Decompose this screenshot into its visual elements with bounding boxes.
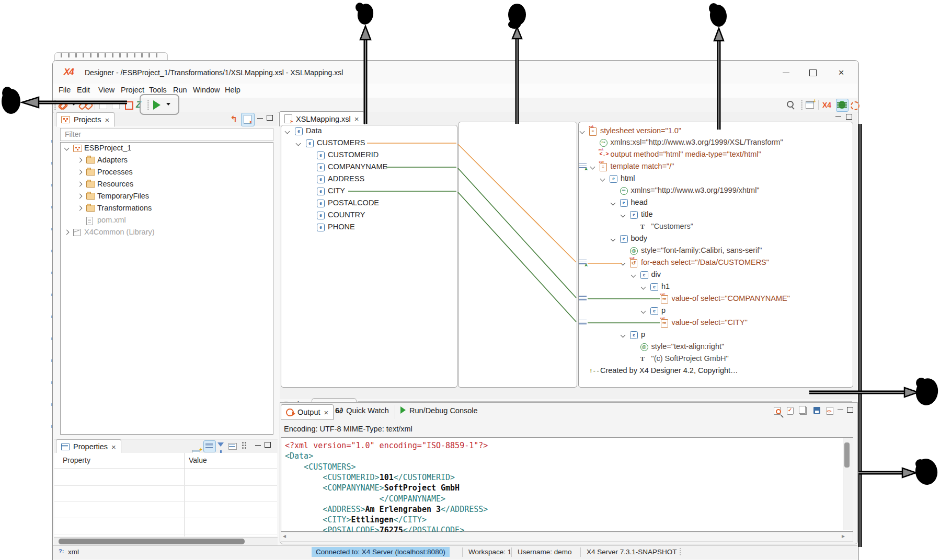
open-perspective-icon[interactable]	[806, 101, 814, 109]
xsl-chevron-icon[interactable]	[610, 201, 615, 206]
menu-window[interactable]: Window	[193, 86, 220, 94]
tree-item[interactable]: Transformations	[61, 202, 272, 214]
source-tree-row[interactable]: COUNTRY	[281, 209, 454, 221]
xsl-chevron-icon[interactable]	[621, 260, 626, 265]
editor-minimize-icon[interactable]	[835, 116, 841, 117]
tree-item[interactable]: ESBProject_1	[61, 142, 272, 154]
tree-chevron-icon[interactable]	[77, 205, 83, 211]
console-hscrollbar[interactable]: ◂▸	[281, 532, 853, 542]
menu-file[interactable]: File	[59, 86, 71, 94]
properties-minimize-icon[interactable]	[255, 445, 261, 446]
console-minimize-icon[interactable]	[838, 410, 843, 410]
tab-run-debug-console[interactable]: Run/Debug Console	[400, 406, 478, 415]
search-icon[interactable]	[787, 101, 794, 108]
xsl-tree-row[interactable]: "Customers"	[578, 221, 851, 233]
show-source-icon[interactable]: <>	[827, 407, 833, 415]
xsl-tree-row[interactable]: value-of select="CITY"	[578, 317, 851, 329]
link-icon[interactable]	[58, 101, 71, 109]
xsl-chevron-icon[interactable]	[641, 284, 646, 289]
source-tree-row[interactable]: ADDRESS	[281, 173, 454, 185]
xsl-tree-row[interactable]: xmlns="http://www.w3.org/1999/xhtml"	[578, 185, 851, 197]
link-dropdown-icon[interactable]	[72, 103, 76, 106]
tree-chevron-icon[interactable]	[77, 181, 83, 186]
xsl-tree-row[interactable]: stylesheet version="1.0"	[578, 125, 851, 137]
save-output-icon[interactable]	[813, 407, 820, 414]
tree-item[interactable]: Resources	[61, 178, 272, 190]
xsl-tree-row[interactable]: title	[578, 209, 851, 221]
xsl-tree-row[interactable]: xmlns:xsl="http://www.w3.org/1999/XSL/Tr…	[578, 137, 851, 149]
console-vscrollbar-thumb[interactable]	[844, 442, 850, 468]
show-selected-element-button[interactable]	[241, 113, 255, 126]
menu-help[interactable]: Help	[225, 86, 240, 94]
xsl-tree-row[interactable]: style="text-align:right"	[578, 341, 851, 353]
tree-chevron-icon[interactable]	[77, 157, 83, 162]
tree-chevron-icon[interactable]	[64, 145, 70, 150]
source-chevron-icon[interactable]	[285, 129, 290, 134]
scroll-left-icon[interactable]: ◂	[283, 532, 286, 540]
unlink-icon[interactable]	[79, 101, 91, 109]
tab-xslmapping[interactable]: XSLMapping.xsl×	[279, 111, 364, 126]
refresh-icon[interactable]	[851, 101, 859, 110]
tab-properties[interactable]: Properties×	[56, 439, 121, 454]
tab-output-close-icon[interactable]: ×	[324, 408, 329, 417]
source-tree-row[interactable]: CUSTOMERS	[281, 137, 454, 149]
minimize-button[interactable]	[778, 68, 794, 77]
xsl-chevron-icon[interactable]	[621, 332, 626, 337]
tree-chevron-icon[interactable]	[77, 193, 83, 199]
menu-tools[interactable]: Tools	[149, 86, 167, 94]
link-with-editor-icon[interactable]: ↰	[230, 114, 237, 124]
console-maximize-icon[interactable]	[847, 407, 853, 413]
menu-edit[interactable]: Edit	[77, 86, 90, 94]
x4-perspective-button[interactable]: X4	[822, 101, 831, 109]
xsl-tree-row[interactable]: div	[578, 269, 851, 281]
xsl-tree-row[interactable]: template match="/"	[578, 161, 851, 173]
filter-properties-icon[interactable]	[217, 442, 224, 447]
find-in-output-icon[interactable]	[774, 407, 781, 415]
tab-quick-watch[interactable]: 6∂Quick Watch	[335, 406, 389, 415]
tab-properties-close-icon[interactable]: ×	[111, 442, 116, 451]
xsl-tree-row[interactable]: output method="html" media-type="text/ht…	[578, 149, 851, 161]
tree-mode-button[interactable]	[203, 440, 216, 452]
copy-output-icon[interactable]	[800, 407, 807, 415]
xsl-chevron-icon[interactable]	[641, 308, 646, 313]
properties-maximize-icon[interactable]	[265, 442, 271, 448]
xsl-tree-row[interactable]: h1	[578, 281, 851, 293]
editor-maximize-icon[interactable]	[846, 114, 852, 120]
xsl-tree-row[interactable]: p	[578, 329, 851, 341]
table-settings-icon[interactable]	[228, 443, 237, 450]
tree-item[interactable]: pom.xml	[61, 214, 272, 226]
scroll-right-icon[interactable]: ▸	[842, 532, 845, 540]
reload-icon[interactable]	[125, 101, 133, 110]
tab-output[interactable]: Output×	[281, 404, 334, 420]
menu-view[interactable]: View	[98, 86, 114, 94]
xsl-tree-row[interactable]: Created by X4 Designer 4.2, Copyright…	[578, 365, 851, 377]
source-chevron-icon[interactable]	[296, 141, 301, 146]
tab-projects-close-icon[interactable]: ×	[105, 115, 109, 124]
source-tree-row[interactable]: CUSTOMERID	[281, 149, 454, 161]
xsl-tree-row[interactable]: value-of select="COMPANYNAME"	[578, 293, 851, 305]
projects-maximize-icon[interactable]	[267, 115, 273, 121]
xsl-chevron-icon[interactable]	[631, 272, 636, 277]
xsl-chevron-icon[interactable]	[621, 213, 626, 218]
xsl-tree-row[interactable]: for-each select="/Data/CUSTOMERS"	[578, 257, 851, 269]
validate-icon[interactable]: ✓	[787, 407, 794, 415]
source-tree-row[interactable]: PHONE	[281, 221, 454, 234]
tab-xslmapping-close-icon[interactable]: ×	[354, 114, 359, 123]
tree-item[interactable]: TemporaryFiles	[61, 190, 272, 202]
xsl-chevron-icon[interactable]	[580, 129, 585, 134]
source-tree-row[interactable]: Data	[281, 125, 454, 137]
menu-run[interactable]: Run	[173, 86, 187, 94]
tree-chevron-icon[interactable]	[64, 229, 70, 235]
xsl-chevron-icon[interactable]	[610, 237, 615, 242]
tab-projects[interactable]: Projects×	[56, 112, 114, 127]
tree-item[interactable]: Adapters	[61, 154, 272, 166]
xsl-tree-row[interactable]: style="font-family:Calibri, sans-serif"	[578, 245, 851, 257]
properties-hscrollbar-thumb[interactable]	[59, 539, 245, 544]
projects-minimize-icon[interactable]	[257, 118, 263, 119]
xsl-chevron-icon[interactable]	[600, 177, 605, 182]
menu-project[interactable]: Project	[121, 86, 144, 94]
tree-item[interactable]: X4Common (Library)	[61, 226, 272, 238]
filter-input[interactable]: Filter	[60, 128, 273, 141]
source-tree-row[interactable]: CITY	[281, 185, 454, 197]
tree-chevron-icon[interactable]	[77, 169, 83, 174]
